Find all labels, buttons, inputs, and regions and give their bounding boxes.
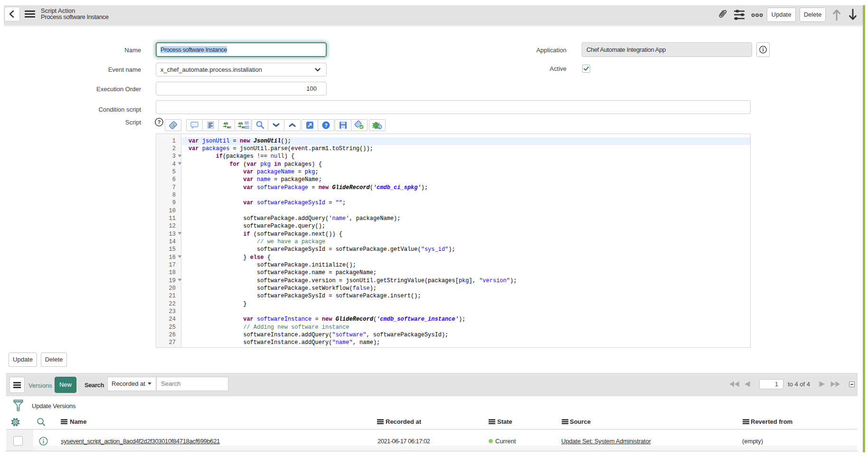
svg-text:?: ?: [158, 119, 161, 125]
svg-text:?: ?: [324, 123, 328, 128]
svg-text:ac: ac: [242, 125, 246, 129]
svg-text:ac: ac: [227, 125, 231, 129]
